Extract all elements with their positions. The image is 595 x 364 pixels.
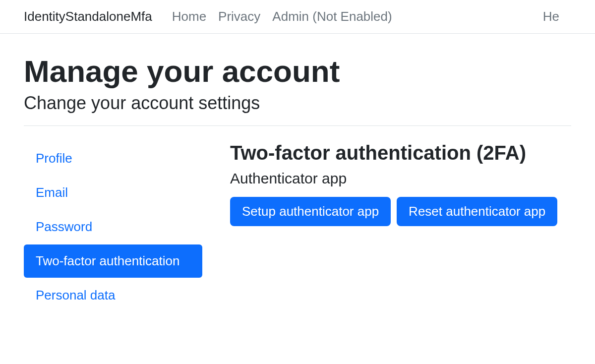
sidebar-item-profile[interactable]: Profile [24, 142, 202, 175]
section-subtitle: Authenticator app [230, 170, 571, 187]
page-title: Manage your account [24, 54, 571, 89]
nav-link-home[interactable]: Home [172, 9, 206, 24]
divider [24, 125, 571, 126]
navbar: IdentityStandaloneMfa Home Privacy Admin… [0, 0, 595, 34]
page-subtitle: Change your account settings [24, 93, 571, 114]
setup-authenticator-button[interactable]: Setup authenticator app [230, 197, 391, 226]
nav-link-right[interactable]: He [543, 9, 559, 24]
sidebar-item-personal-data[interactable]: Personal data [24, 279, 202, 312]
main-content: Two-factor authentication (2FA) Authenti… [230, 142, 571, 313]
nav-link-privacy[interactable]: Privacy [218, 9, 260, 24]
brand-link[interactable]: IdentityStandaloneMfa [24, 9, 152, 24]
content-row: Profile Email Password Two-factor authen… [24, 142, 571, 313]
sidebar-item-two-factor[interactable]: Two-factor authentication [24, 244, 202, 278]
content-container: Manage your account Change your account … [0, 34, 595, 333]
sidebar-item-password[interactable]: Password [24, 210, 202, 243]
sidebar-item-email[interactable]: Email [24, 176, 202, 209]
nav-link-admin[interactable]: Admin (Not Enabled) [272, 9, 392, 24]
button-row: Setup authenticator app Reset authentica… [230, 197, 571, 226]
reset-authenticator-button[interactable]: Reset authenticator app [397, 197, 557, 226]
sidebar: Profile Email Password Two-factor authen… [24, 142, 202, 313]
section-title: Two-factor authentication (2FA) [230, 142, 571, 164]
